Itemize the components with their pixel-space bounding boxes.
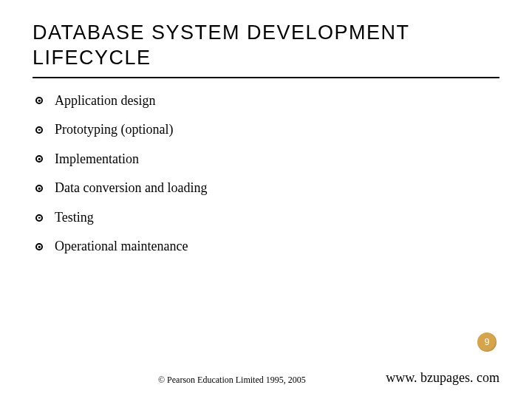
bullet-text: Testing	[55, 210, 94, 226]
bullet-icon	[35, 243, 43, 250]
bullet-text: Application design	[55, 93, 155, 109]
bullet-icon	[35, 97, 43, 104]
list-item: Data conversion and loading	[35, 180, 499, 197]
bullet-text: Prototyping (optional)	[55, 122, 174, 138]
page-number: 9	[485, 337, 490, 347]
list-item: Testing	[35, 210, 499, 226]
site-url: www. bzupages. com	[386, 370, 499, 386]
bullet-text: Implementation	[55, 151, 139, 168]
list-item: Operational maintenance	[35, 239, 499, 255]
list-item: Implementation	[35, 151, 499, 168]
bullet-icon	[35, 155, 43, 163]
list-item: Prototyping (optional)	[35, 122, 499, 138]
copyright-text: © Pearson Education Limited 1995, 2005	[158, 375, 306, 386]
bullet-list: Application design Prototyping (optional…	[33, 93, 499, 256]
bullet-text: Data conversion and loading	[55, 180, 207, 197]
slide: DATABASE SYSTEM DEVELOPMENT LIFECYCLE Ap…	[0, 0, 532, 399]
bullet-icon	[35, 185, 43, 192]
slide-title: DATABASE SYSTEM DEVELOPMENT LIFECYCLE	[33, 21, 499, 78]
bullet-text: Operational maintenance	[55, 239, 188, 255]
footer: © Pearson Education Limited 1995, 2005 w…	[0, 375, 532, 386]
bullet-icon	[35, 126, 43, 134]
list-item: Application design	[35, 93, 499, 109]
bullet-icon	[35, 214, 43, 222]
page-number-badge: 9	[477, 332, 497, 352]
